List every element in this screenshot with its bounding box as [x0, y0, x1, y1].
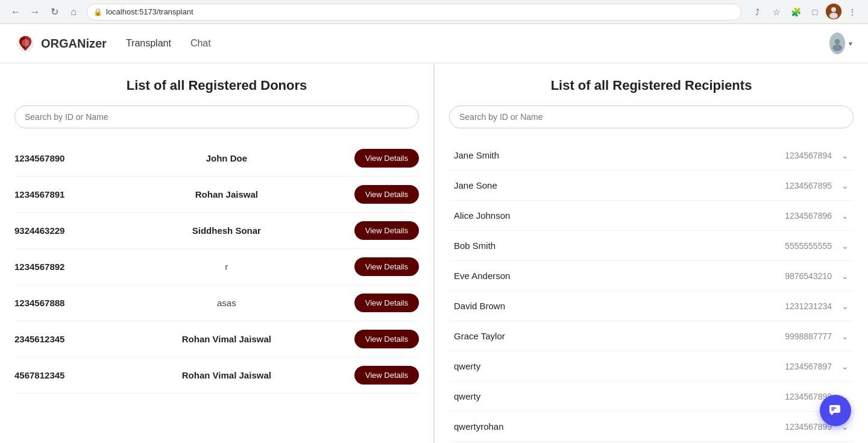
- recipient-id: 1234567899: [785, 422, 832, 432]
- logo-icon: [14, 33, 36, 54]
- donor-id: 1234567892: [14, 262, 99, 272]
- recipients-title: List of all Registered Recipients: [449, 78, 854, 93]
- recipient-id: 9876543210: [785, 271, 832, 281]
- donor-name: John Doe: [99, 153, 354, 163]
- recipient-row[interactable]: Alice Johnson1234567896⌄: [449, 201, 854, 231]
- view-details-button[interactable]: View Details: [354, 294, 419, 312]
- donor-name: Rohan Vimal Jaiswal: [99, 370, 354, 380]
- expand-chevron-icon: ⌄: [841, 181, 849, 190]
- user-avatar: [829, 33, 845, 54]
- svg-rect-7: [831, 407, 836, 409]
- recipient-name: qwerty: [454, 391, 785, 401]
- user-chevron-icon: ▼: [848, 40, 854, 47]
- donors-panel: List of all Registered Donors 1234567890…: [0, 63, 435, 443]
- donor-id: 2345612345: [14, 334, 99, 344]
- recipients-list: Jane Smith1234567894⌄Jane Sone1234567895…: [449, 140, 854, 443]
- recipient-row[interactable]: Bob Smith5555555555⌄: [449, 231, 854, 261]
- recipient-id: 5555555555: [785, 241, 832, 251]
- recipient-row[interactable]: qwerty1234567897⌄: [449, 351, 854, 382]
- view-details-button[interactable]: View Details: [354, 366, 419, 385]
- expand-chevron-icon: ⌄: [841, 362, 849, 371]
- svg-rect-6: [829, 405, 840, 413]
- app-header: ORGANizer Transplant Chat ▼: [0, 24, 868, 63]
- recipient-id: 9998887777: [785, 331, 832, 341]
- window-button[interactable]: □: [807, 4, 823, 20]
- nav-transplant[interactable]: Transplant: [121, 36, 176, 51]
- user-menu-button[interactable]: ▼: [829, 31, 854, 55]
- menu-button[interactable]: ⋮: [844, 4, 861, 20]
- recipients-search-input[interactable]: [449, 105, 854, 128]
- recipient-id: 1231231234: [785, 301, 832, 311]
- donor-row: 4567812345Rohan Vimal JaiswalView Detail…: [14, 357, 419, 394]
- donors-search-input[interactable]: [14, 105, 419, 128]
- recipient-row[interactable]: Jane Smith1234567894⌄: [449, 140, 854, 171]
- view-details-button[interactable]: View Details: [354, 257, 419, 276]
- chat-fab-button[interactable]: [820, 395, 851, 426]
- donors-list: 1234567890John DoeView Details1234567891…: [14, 140, 419, 394]
- home-button[interactable]: ⌂: [65, 4, 82, 20]
- bookmark-button[interactable]: ☆: [768, 4, 785, 20]
- donor-row: 9324463229Siddhesh SonarView Details: [14, 213, 419, 249]
- donor-id: 1234567891: [14, 189, 99, 200]
- expand-chevron-icon: ⌄: [841, 241, 849, 251]
- recipient-row[interactable]: qwertyrohan1234567899⌄: [449, 412, 854, 442]
- recipient-row[interactable]: Jane Sone1234567895⌄: [449, 171, 854, 201]
- recipient-name: qwertyrohan: [454, 421, 785, 432]
- browser-chrome: ← → ↻ ⌂ 🔒 localhost:5173/transplant ⤴ ☆ …: [0, 0, 868, 24]
- donor-row: 1234567888asasView Details: [14, 285, 419, 321]
- recipient-id: 1234567897: [785, 362, 832, 371]
- donor-name: Rohan Jaiswal: [99, 189, 354, 200]
- view-details-button[interactable]: View Details: [354, 149, 419, 168]
- donor-id: 4567812345: [14, 370, 99, 380]
- recipient-name: David Brown: [454, 301, 785, 311]
- back-button[interactable]: ←: [7, 4, 24, 20]
- expand-chevron-icon: ⌄: [841, 151, 849, 160]
- donor-id: 1234567888: [14, 298, 99, 308]
- forward-button[interactable]: →: [27, 4, 43, 20]
- browser-nav-buttons: ← → ↻ ⌂: [7, 4, 82, 20]
- extensions-button[interactable]: 🧩: [787, 4, 804, 20]
- recipient-row[interactable]: Grace Taylor9998887777⌄: [449, 321, 854, 351]
- url-text: localhost:5173/transplant: [106, 7, 193, 16]
- browser-action-buttons: ⤴ ☆ 🧩 □ ⋮: [749, 4, 861, 20]
- donors-title: List of all Registered Donors: [14, 78, 419, 93]
- recipient-id: 1234567894: [785, 151, 832, 160]
- lock-icon: 🔒: [93, 8, 102, 16]
- browser-profile-avatar[interactable]: [826, 4, 841, 19]
- share-button[interactable]: ⤴: [749, 4, 766, 20]
- app-logo[interactable]: ORGANizer: [14, 33, 107, 54]
- nav-chat[interactable]: Chat: [186, 36, 216, 51]
- recipient-name: Alice Johnson: [454, 210, 785, 221]
- view-details-button[interactable]: View Details: [354, 185, 419, 204]
- donor-name: asas: [99, 298, 354, 308]
- recipient-row[interactable]: David Brown1231231234⌄: [449, 291, 854, 321]
- expand-chevron-icon: ⌄: [841, 331, 849, 341]
- expand-chevron-icon: ⌄: [841, 211, 849, 221]
- donor-row: 1234567891Rohan JaiswalView Details: [14, 177, 419, 213]
- donor-id: 1234567890: [14, 153, 99, 163]
- view-details-button[interactable]: View Details: [354, 221, 419, 240]
- donor-row: 2345612345Rohan Vimal JaiswalView Detail…: [14, 321, 419, 357]
- donor-id: 9324463229: [14, 225, 99, 236]
- recipient-name: Bob Smith: [454, 240, 785, 251]
- svg-rect-8: [831, 409, 834, 410]
- reload-button[interactable]: ↻: [46, 4, 63, 20]
- view-details-button[interactable]: View Details: [354, 330, 419, 348]
- recipient-id: 1234567895: [785, 181, 832, 190]
- recipients-panel: List of all Registered Recipients Jane S…: [435, 63, 868, 443]
- svg-point-5: [832, 44, 842, 51]
- svg-point-2: [829, 13, 838, 19]
- app-nav: Transplant Chat: [121, 36, 216, 51]
- recipient-row[interactable]: Eve Anderson9876543210⌄: [449, 261, 854, 291]
- recipient-name: qwerty: [454, 361, 785, 371]
- expand-chevron-icon: ⌄: [841, 301, 849, 311]
- donor-name: Rohan Vimal Jaiswal: [99, 334, 354, 344]
- expand-chevron-icon: ⌄: [841, 271, 849, 281]
- address-bar[interactable]: 🔒 localhost:5173/transplant: [87, 4, 741, 20]
- recipient-name: Eve Anderson: [454, 271, 785, 281]
- recipient-row[interactable]: qwerty1234567898⌄: [449, 382, 854, 412]
- donor-row: 1234567892rView Details: [14, 249, 419, 285]
- svg-point-1: [831, 7, 836, 12]
- recipient-name: Jane Sone: [454, 180, 785, 190]
- recipient-id: 1234567896: [785, 211, 832, 221]
